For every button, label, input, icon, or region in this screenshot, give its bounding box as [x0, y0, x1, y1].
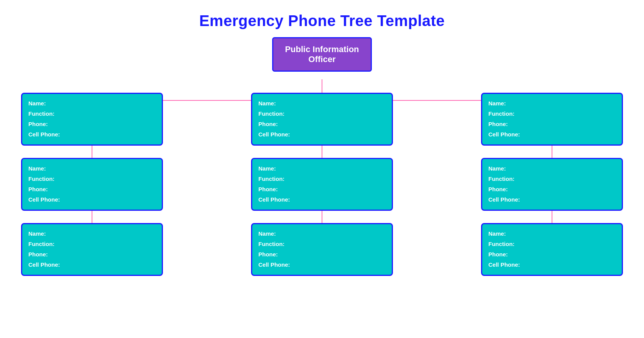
card-field-name: Name: [258, 230, 386, 238]
card-field-cellphone: Cell Phone: [258, 130, 386, 138]
card-field-phone: Phone: [258, 120, 386, 128]
card-field-function: Function: [488, 240, 616, 248]
card-field-phone: Phone: [258, 185, 386, 193]
card-field-phone: Phone: [488, 185, 616, 193]
card-center-3: Name: Function: Phone: Cell Phone: [251, 223, 393, 276]
page-container: Emergency Phone Tree Template Public Inf… [0, 0, 644, 338]
card-wrapper: Name: Function: Phone: Cell Phone: [251, 93, 393, 146]
card-field-name: Name: [258, 99, 386, 107]
card-wrapper: Name: Function: Phone: Cell Phone: [251, 158, 393, 211]
card-center-1: Name: Function: Phone: Cell Phone: [251, 93, 393, 146]
v-connector-center-1 [322, 146, 322, 158]
card-wrapper: Name: Function: Phone: Cell Phone: [481, 223, 623, 276]
v-connector-center-2 [322, 211, 322, 223]
card-field-name: Name: [28, 164, 156, 172]
card-wrapper: Name: Function: Phone: Cell Phone: [21, 223, 163, 276]
card-field-cellphone: Cell Phone: [488, 130, 616, 138]
card-field-name: Name: [28, 99, 156, 107]
card-field-phone: Phone: [28, 185, 156, 193]
page-title: Emergency Phone Tree Template [0, 0, 644, 37]
v-connector-left-1 [92, 146, 92, 158]
card-field-function: Function: [258, 240, 386, 248]
card-wrapper: Name: Function: Phone: Cell Phone: [481, 93, 623, 146]
v-connector-right-2 [552, 211, 552, 223]
card-field-function: Function: [258, 110, 386, 118]
column-center: Name: Function: Phone: Cell Phone: Name:… [251, 93, 393, 276]
card-field-cellphone: Cell Phone: [28, 261, 156, 269]
card-field-cellphone: Cell Phone: [28, 130, 156, 138]
card-field-function: Function: [28, 240, 156, 248]
card-left-1: Name: Function: Phone: Cell Phone: [21, 93, 163, 146]
card-field-phone: Phone: [488, 250, 616, 258]
card-field-cellphone: Cell Phone: [488, 261, 616, 269]
card-field-name: Name: [488, 230, 616, 238]
card-field-function: Function: [488, 175, 616, 183]
card-field-name: Name: [488, 99, 616, 107]
card-right-2: Name: Function: Phone: Cell Phone: [481, 158, 623, 211]
card-field-function: Function: [28, 175, 156, 183]
card-field-phone: Phone: [28, 120, 156, 128]
card-field-phone: Phone: [488, 120, 616, 128]
root-row: Public Information Officer [0, 37, 644, 72]
card-left-3: Name: Function: Phone: Cell Phone: [21, 223, 163, 276]
card-center-2: Name: Function: Phone: Cell Phone: [251, 158, 393, 211]
card-right-1: Name: Function: Phone: Cell Phone: [481, 93, 623, 146]
columns-container: Name: Function: Phone: Cell Phone: Name:… [0, 93, 644, 276]
root-node: Public Information Officer [272, 37, 372, 72]
card-field-name: Name: [488, 164, 616, 172]
card-field-function: Function: [258, 175, 386, 183]
card-wrapper: Name: Function: Phone: Cell Phone: [481, 158, 623, 211]
card-wrapper: Name: Function: Phone: Cell Phone: [251, 223, 393, 276]
card-field-cellphone: Cell Phone: [258, 261, 386, 269]
column-right: Name: Function: Phone: Cell Phone: Name:… [481, 93, 623, 276]
card-field-function: Function: [28, 110, 156, 118]
card-wrapper: Name: Function: Phone: Cell Phone: [21, 158, 163, 211]
v-connector-left-2 [92, 211, 92, 223]
card-wrapper: Name: Function: Phone: Cell Phone: [21, 93, 163, 146]
card-field-phone: Phone: [28, 250, 156, 258]
card-field-cellphone: Cell Phone: [28, 195, 156, 203]
card-left-2: Name: Function: Phone: Cell Phone: [21, 158, 163, 211]
card-right-3: Name: Function: Phone: Cell Phone: [481, 223, 623, 276]
card-field-name: Name: [258, 164, 386, 172]
card-field-name: Name: [28, 230, 156, 238]
card-field-cellphone: Cell Phone: [488, 195, 616, 203]
card-field-phone: Phone: [258, 250, 386, 258]
v-connector-right-1 [552, 146, 552, 158]
root-label: Public Information Officer [280, 44, 364, 64]
card-field-cellphone: Cell Phone: [258, 195, 386, 203]
column-left: Name: Function: Phone: Cell Phone: Name:… [21, 93, 163, 276]
card-field-function: Function: [488, 110, 616, 118]
